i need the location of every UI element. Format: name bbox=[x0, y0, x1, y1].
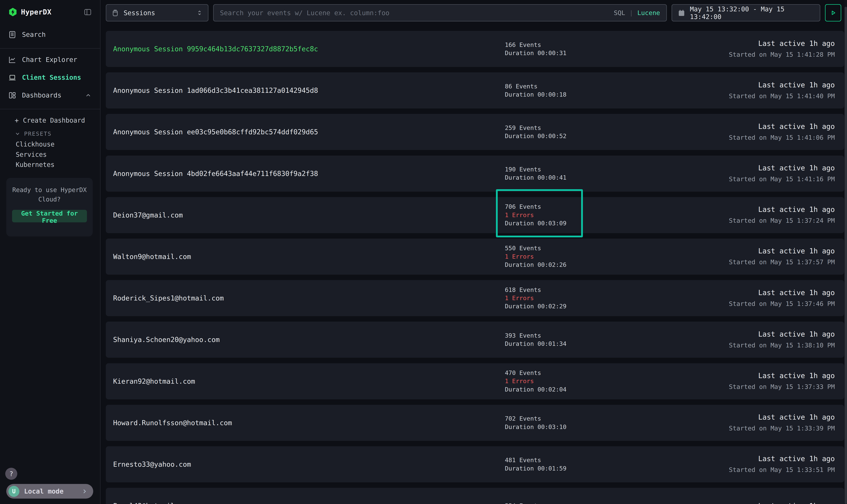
session-times: Last active 1h agoStarted on May 15 1:37… bbox=[729, 205, 835, 225]
session-row[interactable]: Deion37@gmail.com706 Events1 ErrorsDurat… bbox=[106, 197, 844, 233]
sidebar-collapse-icon[interactable] bbox=[84, 8, 92, 16]
session-times: Last active 1h agoStarted on May 15 1:37… bbox=[729, 371, 835, 391]
session-started: Started on May 15 1:41:28 PM bbox=[729, 50, 835, 59]
run-query-button[interactable] bbox=[825, 4, 841, 21]
sidebar-item-dashboards[interactable]: Dashboards bbox=[0, 86, 100, 104]
session-started: Started on May 15 1:33:51 PM bbox=[729, 465, 835, 474]
session-times: Last active 1h agoStarted on May 15 1:38… bbox=[729, 330, 835, 350]
session-row[interactable]: Anonymous Session 1ad066d3c3b41cea381127… bbox=[106, 72, 844, 108]
time-range-picker[interactable]: May 15 13:32:00 - May 15 13:42:00 bbox=[672, 4, 820, 21]
session-stats: 554 Events bbox=[505, 502, 541, 504]
session-stats: 550 Events1 ErrorsDuration 00:02:26 bbox=[505, 244, 567, 269]
session-started: Started on May 15 1:37:24 PM bbox=[729, 216, 835, 225]
help-button[interactable]: ? bbox=[5, 468, 17, 480]
session-events: 86 Events bbox=[505, 82, 567, 90]
session-last-active: Last active 1h ago bbox=[729, 247, 835, 255]
session-row[interactable]: Roderick_Sipes1@hotmail.com618 Events1 E… bbox=[106, 280, 844, 316]
sidebar-item-client-sessions[interactable]: Client Sessions bbox=[0, 69, 100, 86]
play-icon bbox=[829, 9, 837, 17]
dashboards-grid-icon bbox=[8, 91, 16, 99]
session-row[interactable]: Anonymous Session 9959c464b13dc7637327d8… bbox=[106, 31, 844, 67]
chart-icon bbox=[8, 56, 16, 64]
cloud-promo-card: Ready to use HyperDX Cloud? Get Started … bbox=[6, 178, 93, 236]
chevron-right-icon bbox=[81, 488, 88, 495]
session-stats: 481 EventsDuration 00:01:59 bbox=[505, 456, 567, 473]
select-updown-icon bbox=[196, 9, 203, 17]
session-duration: Duration 00:00:31 bbox=[505, 49, 567, 57]
session-row[interactable]: Pearl43@hotmail.com554 EventsLast active… bbox=[106, 488, 844, 504]
sidebar-divider bbox=[0, 109, 100, 109]
get-started-button[interactable]: Get Started for Free bbox=[12, 210, 87, 222]
sidebar-preset-services[interactable]: Services bbox=[0, 149, 100, 160]
session-errors: 1 Errors bbox=[505, 211, 567, 219]
hyperdx-logo-icon bbox=[8, 7, 17, 17]
local-mode-button[interactable]: U Local mode bbox=[6, 484, 93, 499]
sidebar-item-search[interactable]: Search bbox=[0, 25, 100, 43]
session-last-active: Last active 1h ago bbox=[729, 330, 835, 339]
session-started: Started on May 15 1:41:16 PM bbox=[729, 175, 835, 183]
source-select[interactable]: Sessions bbox=[106, 4, 208, 21]
session-row[interactable]: Kieran92@hotmail.com470 Events1 ErrorsDu… bbox=[106, 363, 844, 399]
session-started: Started on May 15 1:33:39 PM bbox=[729, 424, 835, 433]
sidebar-item-chart-explorer[interactable]: Chart Explorer bbox=[0, 51, 100, 69]
sidebar-item-label: Search bbox=[22, 31, 46, 38]
create-dashboard-button[interactable]: + Create Dashboard bbox=[0, 112, 100, 128]
session-started: Started on May 15 1:37:57 PM bbox=[729, 257, 835, 267]
session-errors: 1 Errors bbox=[505, 253, 567, 261]
sidebar-preset-clickhouse[interactable]: Clickhouse bbox=[0, 139, 100, 149]
chevron-up-icon[interactable] bbox=[85, 92, 92, 99]
topbar: Sessions SQL | Lucene bbox=[106, 4, 841, 21]
presets-toggle[interactable]: PRESETS bbox=[0, 128, 100, 139]
create-dashboard-label: Create Dashboard bbox=[23, 117, 85, 124]
session-duration: Duration 00:02:04 bbox=[505, 385, 567, 394]
mode-divider: | bbox=[629, 9, 633, 16]
session-last-active: Last active 1h ago bbox=[758, 501, 835, 504]
sidebar-item-label: Client Sessions bbox=[22, 74, 81, 81]
session-row[interactable]: Howard.Runolfsson@hotmail.com702 EventsD… bbox=[106, 405, 844, 441]
session-title: Deion37@gmail.com bbox=[113, 197, 183, 233]
session-last-active: Last active 1h ago bbox=[729, 80, 835, 89]
session-stats: 166 EventsDuration 00:00:31 bbox=[505, 41, 567, 57]
cloud-promo-text: Ready to use HyperDX bbox=[6, 185, 93, 195]
scrollbar-track[interactable] bbox=[845, 0, 847, 504]
sidebar-preset-kubernetes[interactable]: Kubernetes bbox=[0, 160, 100, 170]
lucene-mode-toggle[interactable]: Lucene bbox=[637, 9, 660, 16]
session-title: Walton9@hotmail.com bbox=[113, 238, 191, 275]
session-row[interactable]: Anonymous Session ee03c95e0b68cffd92bc57… bbox=[106, 114, 844, 150]
search-input[interactable] bbox=[220, 9, 610, 17]
sql-mode-toggle[interactable]: SQL bbox=[614, 9, 625, 16]
session-events: 470 Events bbox=[505, 369, 567, 377]
session-last-active: Last active 1h ago bbox=[729, 413, 835, 422]
session-last-active: Last active 1h ago bbox=[729, 454, 835, 463]
session-row[interactable]: Ernesto33@yahoo.com481 EventsDuration 00… bbox=[106, 446, 844, 482]
session-row[interactable]: Shaniya.Schoen20@yahoo.com393 EventsDura… bbox=[106, 322, 844, 358]
laptop-icon bbox=[8, 74, 16, 82]
session-duration: Duration 00:01:34 bbox=[505, 340, 567, 348]
session-duration: Duration 00:02:29 bbox=[505, 302, 567, 310]
session-last-active: Last active 1h ago bbox=[729, 205, 835, 214]
presets-label: PRESETS bbox=[24, 130, 52, 137]
session-last-active: Last active 1h ago bbox=[729, 164, 835, 173]
logo-row: HyperDX bbox=[0, 0, 100, 17]
session-title: Anonymous Session 1ad066d3c3b41cea381127… bbox=[113, 72, 318, 108]
database-icon bbox=[111, 9, 119, 17]
session-stats: 393 EventsDuration 00:01:34 bbox=[505, 331, 567, 348]
session-stats: 470 Events1 ErrorsDuration 00:02:04 bbox=[505, 369, 567, 394]
session-last-active: Last active 1h ago bbox=[729, 122, 835, 131]
session-title: Howard.Runolfsson@hotmail.com bbox=[113, 405, 232, 441]
session-events: 554 Events bbox=[505, 502, 541, 504]
session-duration: Duration 00:00:52 bbox=[505, 132, 567, 140]
cloud-promo-text: Cloud? bbox=[6, 195, 93, 204]
session-row[interactable]: Walton9@hotmail.com550 Events1 ErrorsDur… bbox=[106, 238, 844, 275]
session-duration: Duration 00:01:59 bbox=[505, 464, 567, 472]
chevron-down-icon bbox=[15, 131, 20, 137]
session-events: 618 Events bbox=[505, 286, 567, 294]
session-list: Anonymous Session 9959c464b13dc7637327d8… bbox=[106, 31, 844, 504]
session-stats: 618 Events1 ErrorsDuration 00:02:29 bbox=[505, 286, 567, 311]
session-times: Last active 1h agoStarted on May 15 1:37… bbox=[729, 247, 835, 267]
scrollbar-thumb[interactable] bbox=[845, 7, 847, 504]
session-events: 393 Events bbox=[505, 331, 567, 340]
session-duration: Duration 00:00:41 bbox=[505, 174, 567, 182]
sidebar-item-label: Chart Explorer bbox=[22, 56, 77, 64]
session-row[interactable]: Anonymous Session 4bd02fe6643aaf44e711f6… bbox=[106, 156, 844, 192]
